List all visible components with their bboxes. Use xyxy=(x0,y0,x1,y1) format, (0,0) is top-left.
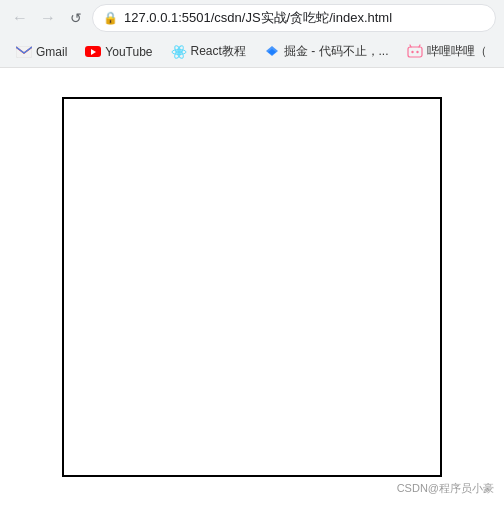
browser-chrome: 🔒 127.0.0.1:5501/csdn/JS实战/贪吃蛇/index.htm… xyxy=(0,0,504,68)
bilibili-label: 哔哩哔哩（ xyxy=(427,43,487,60)
page-content: CSDN@程序员小豪 xyxy=(0,68,504,506)
address-bar-container[interactable]: 🔒 127.0.0.1:5501/csdn/JS实战/贪吃蛇/index.htm… xyxy=(92,4,496,32)
watermark: CSDN@程序员小豪 xyxy=(397,481,494,496)
bilibili-icon xyxy=(407,44,423,60)
svg-rect-4 xyxy=(408,47,422,57)
bookmarks-bar: Gmail YouTube React教程 xyxy=(0,36,504,68)
back-button[interactable] xyxy=(8,6,32,30)
lock-icon: 🔒 xyxy=(103,11,118,25)
nav-bar: 🔒 127.0.0.1:5501/csdn/JS实战/贪吃蛇/index.htm… xyxy=(0,0,504,36)
bookmark-gmail[interactable]: Gmail xyxy=(8,41,75,63)
bookmark-juejin[interactable]: 掘金 - 代码不止，... xyxy=(256,40,397,63)
bookmark-youtube[interactable]: YouTube xyxy=(77,41,160,63)
refresh-button[interactable] xyxy=(64,6,88,30)
juejin-label: 掘金 - 代码不止，... xyxy=(284,43,389,60)
game-canvas xyxy=(62,97,442,477)
forward-arrow-icon xyxy=(40,9,56,27)
back-arrow-icon xyxy=(12,9,28,27)
yt-play-triangle xyxy=(91,49,96,55)
svg-point-7 xyxy=(411,50,413,52)
gmail-label: Gmail xyxy=(36,45,67,59)
gmail-icon xyxy=(16,44,32,60)
youtube-label: YouTube xyxy=(105,45,152,59)
svg-point-8 xyxy=(416,50,418,52)
bookmark-bilibili[interactable]: 哔哩哔哩（ xyxy=(399,40,495,63)
svg-point-0 xyxy=(177,50,181,54)
juejin-icon xyxy=(264,44,280,60)
bookmark-react[interactable]: React教程 xyxy=(163,40,254,63)
address-text: 127.0.0.1:5501/csdn/JS实战/贪吃蛇/index.html xyxy=(124,9,485,27)
react-icon xyxy=(171,44,187,60)
forward-button[interactable] xyxy=(36,6,60,30)
refresh-icon xyxy=(70,9,82,27)
youtube-icon xyxy=(85,44,101,60)
react-label: React教程 xyxy=(191,43,246,60)
